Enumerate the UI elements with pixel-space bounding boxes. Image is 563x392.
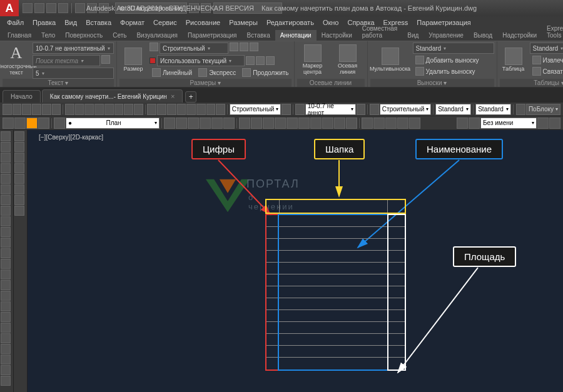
dim-opt6-icon[interactable]: [266, 56, 275, 65]
tb2-btn[interactable]: [397, 118, 408, 129]
text-style-dropdown[interactable]: 10-0.7 не аннотативный: [33, 43, 114, 54]
tb2-btn[interactable]: [322, 118, 333, 129]
tb2-btn[interactable]: [275, 118, 286, 129]
tb1-btn[interactable]: [167, 104, 176, 115]
remove-leader-button[interactable]: Удалить выноску: [413, 66, 494, 76]
tb2-btn[interactable]: [223, 118, 235, 129]
ltb-btn[interactable]: [1, 195, 11, 205]
ltb2-btn[interactable]: [14, 153, 24, 163]
tb2-btn[interactable]: [54, 118, 65, 129]
tb2-btn[interactable]: [346, 118, 357, 129]
tb2-btn[interactable]: [3, 118, 14, 129]
tb1-btn[interactable]: [206, 104, 216, 115]
tab-collaborate[interactable]: Совместная работа: [357, 23, 403, 41]
ltb-btn[interactable]: [1, 333, 11, 343]
tb1-btn[interactable]: [177, 104, 186, 115]
leader-style-dropdown[interactable]: Standard: [413, 43, 494, 54]
tb2-btn[interactable]: [14, 118, 26, 129]
menu-edit[interactable]: Правка: [28, 18, 60, 28]
centerline-button[interactable]: Осевая линия: [331, 43, 365, 78]
tab-mesh[interactable]: Сеть: [108, 30, 131, 41]
center-mark-button[interactable]: Маркер центра: [297, 43, 328, 78]
menu-insert[interactable]: Вставка: [81, 18, 116, 28]
dd-noname[interactable]: Без имени: [480, 118, 537, 129]
table-button[interactable]: Таблица: [500, 43, 527, 78]
tb2-btn[interactable]: [188, 118, 199, 129]
menu-window[interactable]: Окно: [318, 18, 343, 28]
ltb-btn[interactable]: [1, 238, 11, 248]
tab-express[interactable]: Express Tools: [542, 23, 563, 41]
tb1-btn[interactable]: [104, 104, 114, 115]
ltb-btn[interactable]: [1, 216, 11, 226]
dd-std1[interactable]: Standard: [435, 104, 471, 115]
tb1-btn[interactable]: [75, 104, 84, 115]
tb1-btn[interactable]: [196, 104, 206, 115]
ltb-btn[interactable]: [1, 291, 11, 301]
tb2-btn[interactable]: [263, 118, 274, 129]
tb1-btn[interactable]: [22, 104, 31, 115]
dd-dimstyle[interactable]: Строительный: [230, 104, 282, 115]
ltb-btn[interactable]: [1, 280, 11, 290]
tb2-btn[interactable]: [385, 118, 397, 129]
ltb-btn[interactable]: [1, 227, 11, 237]
ltb2-btn[interactable]: [14, 206, 24, 216]
tb2-btn[interactable]: [239, 118, 250, 129]
ltb-btn[interactable]: [1, 259, 11, 269]
extract-data-button[interactable]: Извлечение данн: [530, 55, 563, 65]
menu-modify[interactable]: Редактировать: [262, 18, 318, 28]
text-height-dropdown[interactable]: 5: [33, 68, 114, 79]
ltb2-btn[interactable]: [14, 142, 24, 152]
dd-block[interactable]: ПоБлоку: [526, 104, 560, 115]
tb1-btn[interactable]: [157, 104, 166, 115]
tb1-btn[interactable]: [13, 104, 22, 115]
add-leader-button[interactable]: Добавить выноску: [413, 55, 494, 65]
tab-settings[interactable]: Настройки: [317, 30, 357, 41]
tb1-btn[interactable]: [52, 104, 61, 115]
tab-solid[interactable]: Тело: [36, 30, 60, 41]
tb2-btn[interactable]: [298, 118, 310, 129]
ltb-btn[interactable]: [1, 365, 11, 375]
tab-addins[interactable]: Надстройки: [497, 30, 542, 41]
dim-opt4-icon[interactable]: [246, 56, 255, 65]
tb2-btn[interactable]: [334, 118, 345, 129]
ltb-btn[interactable]: [1, 142, 11, 152]
tab-manage[interactable]: Управление: [424, 30, 469, 41]
tab-surface[interactable]: Поверхность: [60, 30, 108, 41]
ltb2-btn[interactable]: [14, 195, 24, 205]
tb2-btn[interactable]: [38, 118, 49, 129]
dd-textstyle[interactable]: 10-0.7 не аннот: [305, 104, 356, 115]
dim-opt2-icon[interactable]: [240, 43, 248, 51]
ltb2-btn[interactable]: [14, 184, 24, 194]
ltb-btn[interactable]: [1, 184, 11, 194]
tb2-btn[interactable]: [362, 118, 373, 129]
tb1-btn[interactable]: [134, 104, 143, 115]
ltb-btn[interactable]: [1, 323, 11, 333]
ltb-btn[interactable]: [1, 344, 11, 354]
tb1-btn[interactable]: [282, 104, 291, 115]
tab-annotate[interactable]: Аннотации: [275, 30, 317, 41]
tb1-btn[interactable]: [147, 104, 156, 115]
add-tab-button[interactable]: +: [185, 91, 196, 103]
drawing-canvas[interactable]: [−][Сверху][2D-каркас] ПОРТАЛ о черчении…: [28, 130, 563, 392]
tb1-btn[interactable]: [114, 104, 124, 115]
tb2-btn[interactable]: [211, 118, 223, 129]
ltb-btn[interactable]: [1, 376, 11, 386]
tb2-btn[interactable]: [457, 118, 468, 129]
ltb-btn[interactable]: [1, 163, 11, 173]
use-current-check[interactable]: [150, 58, 156, 64]
menu-view[interactable]: Вид: [60, 18, 81, 28]
tb2-btn[interactable]: [537, 118, 549, 129]
express-button[interactable]: Экспресс: [196, 68, 238, 78]
dd-std2[interactable]: Standard: [475, 104, 511, 115]
tb1-btn[interactable]: [516, 104, 525, 115]
ltb-btn[interactable]: [1, 174, 11, 184]
dim-opt3-icon[interactable]: [250, 43, 258, 51]
tb1-btn[interactable]: [94, 104, 104, 115]
ltb2-btn[interactable]: [14, 163, 24, 173]
dd-dimstyle2[interactable]: Строительный: [380, 104, 432, 115]
start-tab[interactable]: Начало: [3, 90, 41, 103]
qat-print-icon[interactable]: [75, 3, 85, 13]
tb1-btn[interactable]: [65, 104, 74, 115]
tb1-btn[interactable]: [42, 104, 51, 115]
menu-draw[interactable]: Рисование: [181, 18, 225, 28]
